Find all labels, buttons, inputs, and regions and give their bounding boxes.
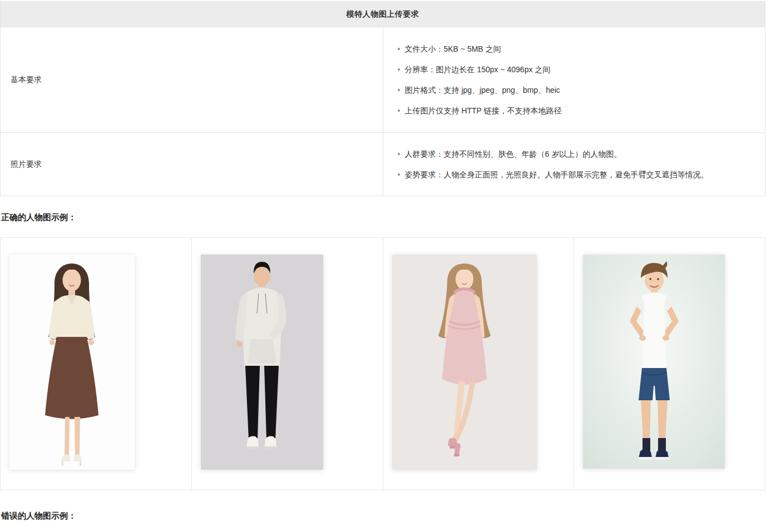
boy-model-photo <box>583 255 725 469</box>
photo-requirements-row: 照片要求 人群要求：支持不同性别、肤色、年龄（6 岁以上）的人物图。 姿势要求：… <box>1 133 765 196</box>
example-cell-woman <box>1 238 192 490</box>
requirement-item-resolution: 分辨率：图片边长在 150px ~ 4096px 之间 <box>397 64 760 75</box>
incorrect-examples-heading: 错误的人物图示例： <box>1 510 765 521</box>
upload-requirements-document: 模特人物图上传要求 基本要求 文件大小：5KB ~ 5MB 之间 分辨率：图片边… <box>0 1 765 521</box>
example-cell-man <box>192 238 383 490</box>
requirement-item-http-link: 上传图片仅支持 HTTP 链接，不支持本地路径 <box>397 105 760 116</box>
requirement-item-pose: 姿势要求：人物全身正面照，光照良好。人物手部展示完整，避免手臂交叉遮挡等情况。 <box>397 169 760 180</box>
woman-model-photo <box>9 255 135 470</box>
requirement-item-people: 人群要求：支持不同性别、肤色、年龄（6 岁以上）的人物图。 <box>397 148 760 160</box>
basic-requirements-list: 文件大小：5KB ~ 5MB 之间 分辨率：图片边长在 150px ~ 4096… <box>397 43 760 116</box>
photo-requirements-list: 人群要求：支持不同性别、肤色、年龄（6 岁以上）的人物图。 姿势要求：人物全身正… <box>397 148 760 180</box>
photo-requirements-content: 人群要求：支持不同性别、肤色、年龄（6 岁以上）的人物图。 姿势要求：人物全身正… <box>383 133 765 196</box>
example-cell-boy <box>574 238 765 490</box>
requirement-item-file-size: 文件大小：5KB ~ 5MB 之间 <box>397 43 760 54</box>
basic-requirements-label: 基本要求 <box>1 27 383 133</box>
correct-examples-heading: 正确的人物图示例： <box>1 212 765 223</box>
photo-requirements-label: 照片要求 <box>1 133 383 196</box>
girl-model-photo <box>392 255 537 470</box>
example-cell-girl <box>383 238 575 490</box>
table-title-row: 模特人物图上传要求 <box>1 2 765 27</box>
requirement-item-format: 图片格式：支持 jpg、jpeg、png、bmp、heic <box>397 84 760 96</box>
requirements-table: 模特人物图上传要求 基本要求 文件大小：5KB ~ 5MB 之间 分辨率：图片边… <box>0 1 765 196</box>
correct-examples-grid <box>0 237 765 490</box>
man-model-photo <box>201 255 323 470</box>
basic-requirements-content: 文件大小：5KB ~ 5MB 之间 分辨率：图片边长在 150px ~ 4096… <box>383 27 765 133</box>
table-title: 模特人物图上传要求 <box>1 2 765 27</box>
basic-requirements-row: 基本要求 文件大小：5KB ~ 5MB 之间 分辨率：图片边长在 150px ~… <box>1 27 765 133</box>
